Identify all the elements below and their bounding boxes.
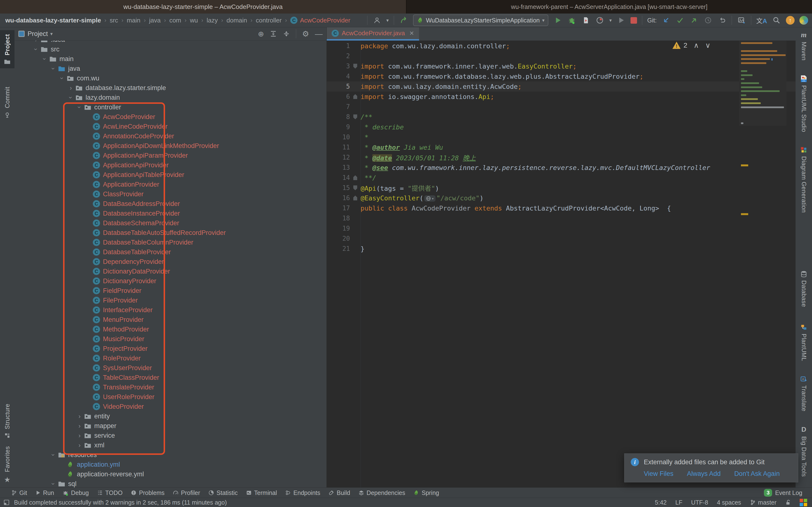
unlock-icon[interactable] — [785, 499, 791, 506]
chevron-expanded-icon[interactable]: › — [77, 103, 83, 111]
line-number[interactable]: 4 — [327, 73, 350, 80]
status-file-encoding[interactable]: UTF-8 — [691, 499, 708, 506]
git-commit-icon[interactable] — [675, 16, 684, 25]
tree-item[interactable]: ›CDictionaryProvider — [14, 276, 326, 286]
breadcrumb-item[interactable]: wu — [190, 17, 198, 24]
tree-item[interactable]: ›entity — [14, 411, 326, 421]
tree-item[interactable]: ›CMethodProvider — [14, 325, 326, 334]
tool-window-button-debug[interactable]: Debug — [62, 489, 89, 496]
tree-item[interactable]: ›CApplicationProvider — [14, 180, 326, 189]
line-number[interactable]: 13 — [327, 164, 350, 171]
tree-item[interactable]: ›CFieldProvider — [14, 286, 326, 295]
tool-window-button-build[interactable]: Build — [328, 489, 350, 496]
tree-item[interactable]: ›CApplicationApiTableProvider — [14, 170, 326, 180]
code-line[interactable]: 13 * @see com.wu.framework.inner.lazy.pe… — [327, 163, 796, 173]
update-available-icon[interactable]: ↑ — [786, 16, 795, 24]
line-number[interactable]: 14 — [327, 174, 350, 181]
chevron-expanded-icon[interactable]: › — [33, 45, 39, 53]
fold-marker-icon[interactable] — [353, 64, 357, 68]
code-line[interactable]: 15@Api(tags = "提供者") — [327, 183, 796, 193]
chevron-collapsed-icon[interactable]: › — [75, 423, 84, 429]
tree-item[interactable]: ›CDatabaseSchemaProvider — [14, 218, 326, 228]
tree-item[interactable]: ›service — [14, 431, 326, 440]
gradle-sphere-icon[interactable] — [800, 16, 808, 24]
hide-panel-icon[interactable]: — — [315, 30, 323, 38]
code-line[interactable]: 7 — [327, 102, 796, 112]
code-editor[interactable]: 1package com.wu.lazy.domain.controller;2… — [327, 41, 796, 488]
line-number[interactable]: 17 — [327, 205, 350, 212]
history-icon[interactable] — [704, 16, 713, 25]
fold-marker-icon[interactable] — [353, 195, 357, 201]
search-icon[interactable] — [772, 16, 781, 25]
inspections-widget[interactable]: ! 2 ∧ ∨ — [672, 41, 711, 50]
code-line[interactable]: 2 — [327, 51, 796, 61]
tree-item[interactable]: ›CUserRoleProvider — [14, 392, 326, 402]
tree-item[interactable]: ›CApplicationApiDownLinkMethodProvider — [14, 141, 326, 151]
breadcrumb-item[interactable]: com — [169, 17, 181, 24]
breadcrumb-item[interactable]: controller — [256, 17, 282, 24]
tree-item[interactable]: ›lazy.domain — [14, 93, 326, 102]
tree-item[interactable]: ›CDatabaseTableProvider — [14, 247, 326, 257]
line-number[interactable]: 16 — [327, 194, 350, 202]
chevron-collapsed-icon[interactable]: › — [75, 442, 84, 448]
url-inlay-hint[interactable]: ▾ — [424, 195, 436, 202]
git-update-icon[interactable] — [661, 16, 671, 25]
tree-item[interactable]: ›CTranslateProvider — [14, 382, 326, 392]
tool-window-button-endpoints[interactable]: Endpoints — [285, 489, 320, 496]
chevron-down-icon[interactable]: ▾ — [50, 31, 53, 37]
tool-window-button-run[interactable]: Run — [35, 489, 54, 496]
tool-window-button-terminal[interactable]: Terminal — [246, 489, 277, 496]
tree-item[interactable]: ›CInterfaceProvider — [14, 305, 326, 315]
code-line[interactable]: 17public class AcwCodeProvider extends A… — [327, 203, 796, 213]
chevron-expanded-icon[interactable]: › — [59, 74, 65, 82]
close-icon[interactable]: ✕ — [409, 30, 414, 37]
chevron-expanded-icon[interactable]: › — [42, 55, 48, 63]
code-line[interactable]: 4import com.wu.framework.database.lazy.w… — [327, 71, 796, 81]
tree-item[interactable]: ›CAcwCodeProvider — [14, 112, 326, 122]
chevron-expanded-icon[interactable]: › — [68, 94, 74, 102]
git-branch-widget[interactable]: master — [750, 499, 776, 506]
fold-marker-icon[interactable] — [353, 175, 357, 180]
breadcrumb-item[interactable]: lazy — [207, 17, 218, 24]
code-line[interactable]: 10 * — [327, 132, 796, 142]
next-warning-icon[interactable]: ∨ — [705, 41, 711, 50]
tool-stripe-commit[interactable]: Commit — [0, 83, 14, 122]
code-line[interactable]: 11 * @author Jia wei Wu — [327, 142, 796, 152]
tree-item[interactable]: ›CDatabaseTableAutoStuffedRecordProvider — [14, 228, 326, 237]
chevron-collapsed-icon[interactable]: › — [67, 85, 75, 91]
line-number[interactable]: 12 — [327, 154, 350, 161]
stop-button[interactable] — [630, 17, 637, 24]
translate-icon[interactable]: 文A — [756, 16, 767, 25]
run-button[interactable] — [553, 16, 562, 25]
line-number[interactable]: 9 — [327, 123, 350, 131]
line-number[interactable]: 5 — [327, 83, 350, 90]
fold-marker-icon[interactable] — [353, 94, 357, 99]
screenshot-icon[interactable] — [737, 16, 746, 25]
breadcrumb-class[interactable]: CAcwCodeProvider — [290, 17, 350, 24]
tree-item[interactable]: ›CApplicationApiParamProvider — [14, 151, 326, 160]
tree-item[interactable]: ›com.wu — [14, 73, 326, 83]
run-disabled-button[interactable] — [616, 16, 626, 25]
code-line[interactable]: 18 — [327, 213, 796, 223]
code-line[interactable]: 6import io.swagger.annotations.Api; — [327, 92, 796, 102]
tree-item[interactable]: ›main — [14, 54, 326, 64]
fold-marker-icon[interactable] — [353, 185, 357, 190]
chevron-collapsed-icon[interactable]: › — [75, 433, 84, 439]
tool-window-button-todo[interactable]: TODO — [97, 489, 123, 496]
chevron-expanded-icon[interactable]: › — [50, 480, 57, 488]
tree-item[interactable]: ›CDependencyProvider — [14, 257, 326, 267]
status-indent-style[interactable]: 4 spaces — [717, 499, 741, 506]
tool-stripe-structure[interactable]: Structure — [0, 400, 14, 442]
notification-action[interactable]: View Files — [644, 470, 673, 477]
tree-item[interactable]: ›src — [14, 44, 326, 54]
tree-item[interactable]: ›CAcwLineCodeProvider — [14, 122, 326, 131]
line-number[interactable]: 6 — [327, 93, 350, 100]
tree-item[interactable]: ›sql — [14, 479, 326, 488]
notification-action[interactable]: Always Add — [687, 470, 721, 477]
status-caret-position[interactable]: 5:42 — [655, 499, 667, 506]
line-number[interactable]: 19 — [327, 225, 350, 232]
tree-item[interactable]: ›CDataBaseAddressProvider — [14, 199, 326, 209]
tree-item[interactable]: ›.idea — [14, 41, 326, 44]
line-number[interactable]: 3 — [327, 62, 350, 70]
layout-toggle-icon[interactable] — [3, 499, 10, 506]
